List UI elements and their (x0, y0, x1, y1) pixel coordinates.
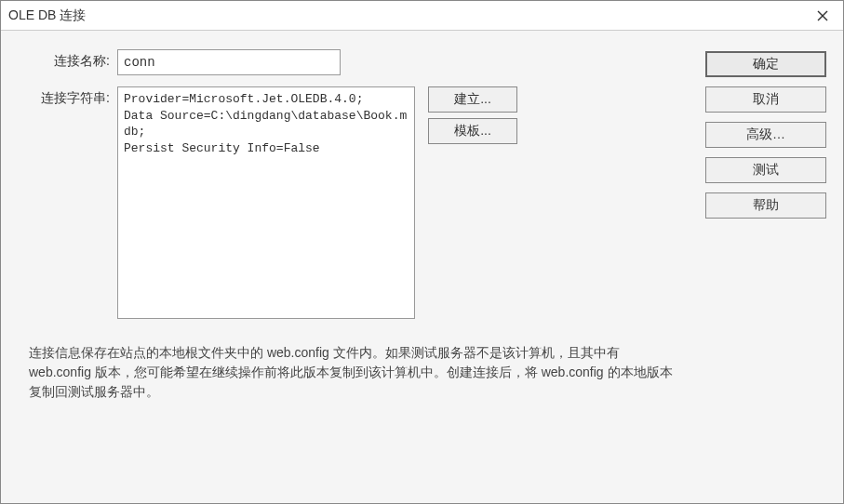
connection-string-textarea[interactable] (117, 86, 415, 319)
window-title: OLE DB 连接 (8, 7, 86, 24)
connection-name-input[interactable] (117, 49, 341, 75)
connstr-label: 连接字符串: (29, 86, 117, 107)
close-button[interactable] (810, 5, 836, 27)
name-label: 连接名称: (29, 49, 117, 70)
cancel-button[interactable]: 取消 (705, 86, 826, 113)
main-column: 连接名称: 连接字符串: 建立... 模板... 连接信息保存在站点的本地根文件… (29, 49, 689, 486)
build-button[interactable]: 建立... (428, 86, 517, 113)
info-text: 连接信息保存在站点的本地根文件夹中的 web.config 文件内。如果测试服务… (29, 343, 680, 402)
test-button[interactable]: 测试 (705, 157, 826, 183)
titlebar: OLE DB 连接 (1, 1, 843, 31)
help-button[interactable]: 帮助 (705, 192, 826, 219)
close-icon (817, 10, 828, 21)
connstr-row: 连接字符串: 建立... 模板... (29, 86, 689, 319)
template-button[interactable]: 模板... (428, 118, 517, 144)
dialog-window: OLE DB 连接 连接名称: 连接字符串: 建立... 模板... 连接信息保… (0, 0, 844, 504)
mid-buttons: 建立... 模板... (428, 86, 517, 144)
right-column: 确定 取消 高级… 测试 帮助 (705, 49, 826, 486)
ok-button[interactable]: 确定 (705, 51, 826, 77)
name-row: 连接名称: (29, 49, 689, 75)
dialog-body: 连接名称: 连接字符串: 建立... 模板... 连接信息保存在站点的本地根文件… (1, 31, 843, 503)
advanced-button[interactable]: 高级… (705, 122, 826, 148)
